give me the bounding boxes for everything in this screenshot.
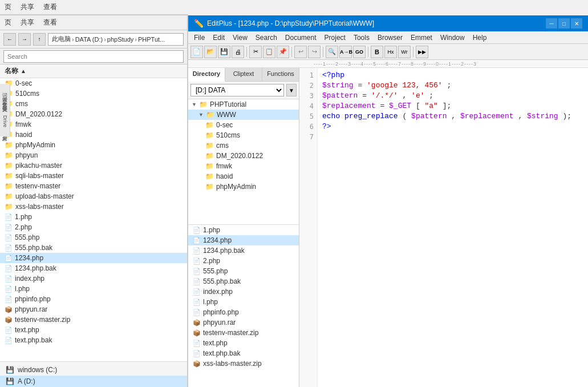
tab-cliptext[interactable]: Cliptext (225, 68, 262, 81)
explorer-menu-share[interactable]: 共享 (21, 2, 34, 12)
file-item[interactable]: 📄2.php (188, 256, 299, 266)
tree-item[interactable]: 📁pikachu-master (0, 160, 187, 171)
tree-item[interactable]: 📄2.php (0, 222, 187, 232)
tool-copy[interactable]: 📋 (263, 46, 275, 58)
tool-replace[interactable]: A→B (339, 46, 352, 58)
file-item[interactable]: 📄index.php (188, 287, 299, 297)
tab-functions[interactable]: Functions (262, 68, 299, 81)
minimize-btn[interactable]: ─ (546, 18, 557, 29)
tree-item[interactable]: 📁phpMyAdmin (0, 140, 187, 150)
dir-item-0sec[interactable]: 📁0-sec (188, 120, 299, 130)
ep-menu-tools[interactable]: Tools (350, 33, 373, 43)
tool-toggle[interactable]: ▶▶ (416, 46, 428, 58)
tree-item[interactable]: 📄l.php (0, 284, 187, 294)
file-item[interactable]: 📦testenv-master.zip (188, 328, 299, 338)
drive-dropdown[interactable]: [D:] DATA (190, 84, 284, 96)
tool-save[interactable]: 💾 (218, 46, 230, 58)
menu-page[interactable]: 页 (5, 18, 11, 27)
tool-paste[interactable]: 📌 (277, 46, 289, 58)
dir-item-dm[interactable]: 📁DM_2020.0122 (188, 151, 299, 161)
nav-icon-drive[interactable]: Drive (2, 115, 8, 127)
tool-redo[interactable]: ↪ (308, 46, 321, 58)
drive-dropdown-arrow[interactable]: ▼ (286, 84, 297, 96)
tree-item[interactable]: 📁DM_2020.0122 (0, 109, 187, 119)
back-btn[interactable]: ← (3, 33, 16, 46)
menu-share[interactable]: 共享 (21, 18, 34, 27)
ep-menu-edit[interactable]: Edit (209, 33, 228, 43)
tree-item[interactable]: 📄text.php.bak (0, 335, 187, 345)
dir-item-cms[interactable]: 📁cms (188, 140, 299, 151)
tree-item[interactable]: 📄phpinfo.php (0, 294, 187, 304)
tree-item[interactable]: 📁cms (0, 99, 187, 109)
tree-item[interactable]: 📦testenv-master.zip (0, 315, 187, 325)
tree-item[interactable]: 📄555.php (0, 232, 187, 243)
tool-find[interactable]: 🔍 (326, 46, 338, 58)
ep-menu-view[interactable]: View (229, 33, 251, 43)
maximize-btn[interactable]: □ (558, 18, 570, 29)
tree-item[interactable]: 📁510cms (0, 88, 187, 99)
tree-item[interactable]: 📁xss-labs-master (0, 201, 187, 212)
up-btn[interactable]: ↑ (33, 33, 46, 46)
tool-open[interactable]: 📂 (204, 46, 217, 58)
close-btn[interactable]: ✕ (571, 18, 582, 29)
file-item[interactable]: 📦phpyun.rar (188, 317, 299, 328)
tree-item[interactable]: 📄index.php (0, 273, 187, 284)
tree-item[interactable]: 📄text.php (0, 325, 187, 335)
search-input[interactable] (3, 50, 184, 63)
ep-menu-browser[interactable]: Browser (374, 33, 406, 43)
tool-undo[interactable]: ↩ (294, 46, 307, 58)
tool-print[interactable]: 🖨 (232, 46, 244, 58)
dir-item-haoid[interactable]: 📁haoid (188, 171, 299, 182)
tree-item[interactable]: 📁upload-labs-master (0, 191, 187, 201)
file-item[interactable]: 📄l.php (188, 297, 299, 307)
explorer-menu-view[interactable]: 查看 (43, 2, 57, 12)
ep-menu-search[interactable]: Search (252, 33, 281, 43)
tool-new[interactable]: 📄 (190, 46, 203, 58)
tree-item[interactable]: 📁phpyun (0, 150, 187, 160)
dir-item-510cms[interactable]: 📁510cms (188, 130, 299, 140)
explorer-menu-page[interactable]: 页 (5, 2, 11, 12)
menu-view[interactable]: 查看 (43, 18, 57, 27)
tree-item[interactable]: 📄1234.php.bak (0, 263, 187, 273)
ep-menu-window[interactable]: Window (437, 33, 468, 43)
ep-menu-file[interactable]: File (190, 33, 208, 43)
tree-item[interactable]: 📁0-sec (0, 78, 187, 88)
tool-cut[interactable]: ✂ (249, 46, 262, 58)
tool-hex[interactable]: Hx (384, 46, 397, 58)
dir-item-www[interactable]: ▼ 📁 WWW (188, 110, 299, 120)
tree-item[interactable]: 📦phpyun.rar (0, 304, 187, 315)
dir-item-fmwk[interactable]: 📁fmwk (188, 161, 299, 171)
file-item[interactable]: 📄text.php (188, 338, 299, 348)
file-item[interactable]: 📦xss-labs-master.zip (188, 358, 299, 369)
ep-menu-help[interactable]: Help (469, 33, 490, 43)
forward-btn[interactable]: → (18, 33, 31, 46)
drive-item-c[interactable]: 💾 windows (C:) (0, 364, 187, 376)
tab-directory[interactable]: Directory (188, 68, 225, 82)
file-item[interactable]: 📄phpinfo.php (188, 307, 299, 317)
ep-menu-project[interactable]: Project (321, 33, 349, 43)
tree-item[interactable]: 📁sqli-labs-master (0, 171, 187, 181)
tree-item-selected[interactable]: 📄1234.php (0, 253, 187, 263)
drive-item-d[interactable]: 💾 A (D:) (0, 376, 187, 387)
dir-item-phpmyadmin[interactable]: 📁phpMyAdmin (188, 182, 299, 192)
dir-item-phptutorial[interactable]: ▼ 📁 PHPTutorial (188, 99, 299, 110)
file-item[interactable]: 📄555.php (188, 266, 299, 276)
tree-item[interactable]: 📄555.php.bak (0, 243, 187, 253)
file-item[interactable]: 📄text.php.bak (188, 348, 299, 358)
tree-item[interactable]: 📁testenv-master (0, 181, 187, 191)
file-item[interactable]: 📄1.php (188, 225, 299, 235)
tree-item[interactable]: 📄1.php (0, 212, 187, 222)
code-editor[interactable]: 1 2 3 4 5 6 7 <?php $stri (299, 68, 588, 387)
code-content[interactable]: <?php $string = 'google 123, 456' ; $pat… (318, 68, 588, 387)
file-item-selected[interactable]: 📄1234.php (188, 235, 299, 245)
tree-item[interactable]: 📁haoid (0, 130, 187, 140)
nav-icon-files2[interactable]: 文件夹123 (1, 102, 9, 111)
file-item[interactable]: 📄555.php.bak (188, 276, 299, 287)
tool-goto[interactable]: GO (353, 46, 366, 58)
file-item[interactable]: 📄1234.php.bak (188, 245, 299, 256)
ep-menu-document[interactable]: Document (282, 33, 320, 43)
tree-item[interactable]: 📁fmwk (0, 119, 187, 130)
ep-menu-emmet[interactable]: Emmet (407, 33, 436, 43)
tool-bold[interactable]: B (371, 46, 383, 58)
tool-wrap[interactable]: Wr (398, 46, 411, 58)
